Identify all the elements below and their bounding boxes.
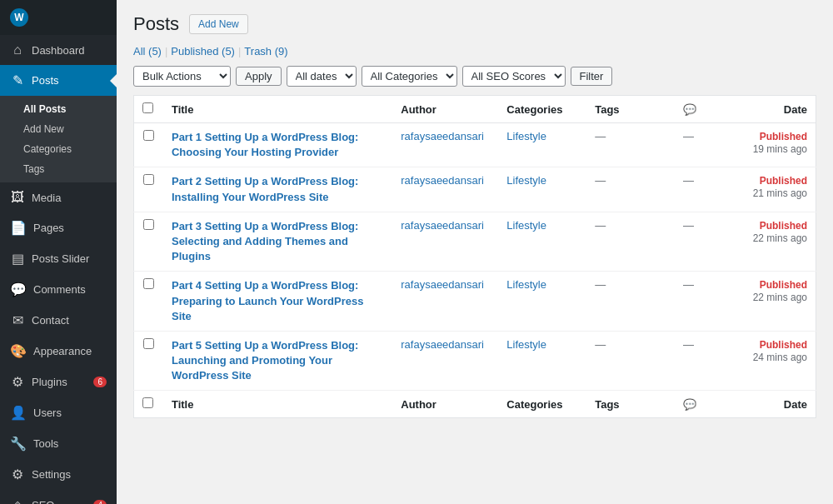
sidebar-sub-all-posts[interactable]: All Posts — [0, 99, 117, 119]
add-new-button[interactable]: Add New — [189, 14, 248, 34]
row-checkbox[interactable] — [143, 219, 154, 230]
appearance-icon: 🎨 — [10, 343, 27, 359]
sidebar-item-label: Posts Slider — [32, 252, 89, 265]
filter-published[interactable]: Published (5) — [171, 45, 235, 57]
row-title-cell: Part 3 Setting Up a WordPress Blog: Sele… — [163, 212, 392, 272]
categories-header[interactable]: Categories — [498, 96, 586, 123]
row-tags-cell: — — [586, 212, 675, 272]
select-all-checkbox[interactable] — [142, 102, 153, 113]
post-title-link[interactable]: Part 2 Setting Up a WordPress Blog: Inst… — [172, 174, 384, 204]
filter-all[interactable]: All (5) — [133, 45, 162, 57]
posts-icon: ✎ — [10, 72, 25, 88]
row-categories-cell: Lifestyle — [498, 123, 586, 167]
category-link[interactable]: Lifestyle — [506, 278, 546, 291]
row-date-cell: Published 22 mins ago — [719, 272, 816, 332]
post-title-link[interactable]: Part 1 Setting Up a WordPress Blog: Choo… — [172, 130, 384, 160]
time-ago: 24 mins ago — [753, 352, 807, 363]
main-content: Posts Add New All (5) | Published (5) | … — [117, 0, 833, 504]
tags-dash: — — [595, 338, 606, 351]
author-link[interactable]: rafaysaeedansari — [401, 130, 484, 142]
sidebar-sub-tags[interactable]: Tags — [0, 159, 117, 179]
sidebar-item-settings[interactable]: ⚙ Settings — [0, 459, 117, 490]
apply-button[interactable]: Apply — [236, 67, 282, 86]
category-link[interactable]: Lifestyle — [506, 338, 546, 351]
row-comments-cell: — — [675, 123, 719, 167]
row-comments-cell: — — [675, 212, 719, 272]
sidebar-item-media[interactable]: 🖼 Media — [0, 182, 117, 212]
sidebar-sub-categories[interactable]: Categories — [0, 139, 117, 159]
table-header-row: Title Author Categories Tags 💬 Date — [134, 96, 816, 123]
sidebar-item-users[interactable]: 👤 Users — [0, 397, 117, 428]
sidebar-item-label: Contact — [32, 314, 69, 327]
time-ago: 21 mins ago — [753, 187, 807, 199]
filter-button[interactable]: Filter — [571, 67, 613, 86]
row-categories-cell: Lifestyle — [498, 331, 586, 391]
category-link[interactable]: Lifestyle — [506, 219, 546, 232]
sidebar-item-label: Appearance — [33, 345, 92, 357]
page-title-row: Posts Add New — [133, 13, 816, 35]
table-row: Part 1 Setting Up a WordPress Blog: Choo… — [134, 123, 816, 167]
row-tags-cell: — — [586, 331, 675, 391]
author-link[interactable]: rafaysaeedansari — [401, 278, 484, 291]
posts-table: Title Author Categories Tags 💬 Date Part… — [133, 95, 816, 418]
post-title-link[interactable]: Part 4 Setting Up a WordPress Blog: Prep… — [172, 278, 384, 324]
post-title-link[interactable]: Part 5 Setting Up a WordPress Blog: Laun… — [172, 338, 384, 384]
title-header[interactable]: Title — [163, 96, 392, 123]
author-link[interactable]: rafaysaeedansari — [401, 338, 484, 351]
sidebar-item-plugins[interactable]: ⚙ Plugins 6 — [0, 367, 117, 397]
dates-select[interactable]: All dates — [287, 66, 357, 87]
row-title-cell: Part 5 Setting Up a WordPress Blog: Laun… — [163, 331, 392, 391]
sidebar-item-pages[interactable]: 📄 Pages — [0, 212, 117, 243]
category-link[interactable]: Lifestyle — [506, 130, 546, 142]
tags-header[interactable]: Tags — [586, 96, 675, 123]
seo-scores-select[interactable]: All SEO Scores — [462, 66, 566, 87]
seo-icon: ◈ — [10, 497, 25, 504]
sidebar-item-contact[interactable]: ✉ Contact — [0, 305, 117, 336]
separator-1: | — [165, 45, 167, 57]
sidebar-item-posts[interactable]: ✎ Posts — [0, 65, 117, 96]
sidebar-item-label: Media — [32, 192, 61, 204]
tags-footer[interactable]: Tags — [586, 391, 675, 418]
category-link[interactable]: Lifestyle — [506, 174, 546, 187]
author-footer[interactable]: Author — [392, 391, 498, 418]
sidebar-logo: W — [0, 0, 117, 35]
sidebar-item-seo[interactable]: ◈ SEO 4 — [0, 490, 117, 504]
categories-select[interactable]: All Categories Lifestyle — [362, 66, 457, 87]
page-title: Posts — [133, 13, 179, 35]
author-link[interactable]: rafaysaeedansari — [401, 219, 484, 232]
comments-dash: — — [683, 174, 694, 187]
sidebar-item-appearance[interactable]: 🎨 Appearance — [0, 336, 117, 367]
row-author-cell: rafaysaeedansari — [392, 212, 498, 272]
sidebar-item-label: Pages — [33, 222, 64, 234]
row-categories-cell: Lifestyle — [498, 167, 586, 212]
sidebar-item-posts-slider[interactable]: ▤ Posts Slider — [0, 243, 117, 274]
post-title-link[interactable]: Part 3 Setting Up a WordPress Blog: Sele… — [172, 219, 384, 265]
published-status: Published — [760, 220, 807, 232]
row-checkbox[interactable] — [143, 338, 154, 349]
time-ago: 19 mins ago — [753, 143, 807, 155]
author-link[interactable]: rafaysaeedansari — [401, 174, 484, 187]
published-status: Published — [760, 175, 807, 187]
bulk-actions-select[interactable]: Bulk Actions Edit Move to Trash — [133, 66, 231, 87]
filter-nav: All (5) | Published (5) | Trash (9) — [133, 45, 816, 57]
plugins-icon: ⚙ — [10, 374, 25, 390]
categories-footer[interactable]: Categories — [498, 391, 586, 418]
sidebar-sub-add-new[interactable]: Add New — [0, 119, 117, 139]
sidebar-item-dashboard[interactable]: ⌂ Dashboard — [0, 35, 117, 65]
sidebar-item-comments[interactable]: 💬 Comments — [0, 274, 117, 305]
author-header[interactable]: Author — [392, 96, 498, 123]
row-date-cell: Published 19 mins ago — [719, 123, 816, 167]
row-checkbox[interactable] — [143, 278, 154, 289]
date-footer[interactable]: Date — [719, 391, 816, 418]
row-checkbox-cell — [134, 272, 163, 332]
tags-dash: — — [595, 174, 606, 187]
row-checkbox[interactable] — [143, 130, 154, 141]
separator-2: | — [238, 45, 241, 57]
title-footer[interactable]: Title — [163, 391, 392, 418]
filter-trash[interactable]: Trash (9) — [244, 45, 287, 57]
row-checkbox[interactable] — [143, 174, 154, 185]
sidebar-item-tools[interactable]: 🔧 Tools — [0, 428, 117, 459]
tags-dash: — — [595, 278, 606, 291]
select-all-checkbox-footer[interactable] — [142, 397, 153, 408]
date-header[interactable]: Date — [719, 96, 816, 123]
